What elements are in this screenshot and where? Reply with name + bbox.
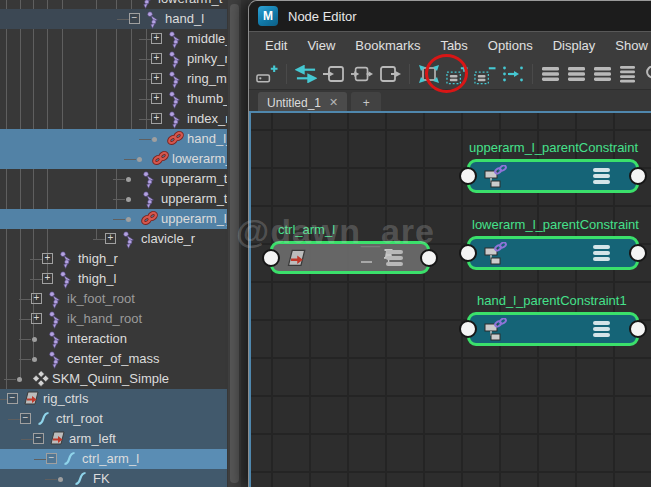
output-port[interactable]: [420, 249, 438, 267]
input-connections-icon[interactable]: [323, 64, 345, 84]
menu-show[interactable]: Show: [605, 38, 651, 53]
outliner-row-label: lowerarm_l: [172, 151, 227, 166]
outliner-row-hand_l_p[interactable]: hand_l_p: [0, 129, 227, 149]
expand-box-icon[interactable]: +: [151, 113, 162, 124]
node-ctrl_arm_l[interactable]: [270, 241, 430, 274]
input-port[interactable]: [262, 249, 280, 267]
input-port[interactable]: [459, 320, 477, 338]
add-node-icon[interactable]: [256, 64, 278, 84]
tab-add-button[interactable]: +: [351, 92, 381, 113]
pin-connections-icon[interactable]: [502, 64, 524, 84]
outliner-row-pinky_me[interactable]: + pinky_me: [0, 49, 227, 69]
outliner-row-interaction[interactable]: interaction: [0, 329, 227, 349]
expand-box-icon[interactable]: +: [31, 313, 42, 324]
expand-box-icon[interactable]: +: [151, 53, 162, 64]
outliner-row-lowerarm_l[interactable]: lowerarm_l: [0, 149, 227, 169]
collapse-box-icon[interactable]: −: [20, 413, 31, 424]
outliner-row-ctrl_root[interactable]: −ctrl_root: [0, 409, 227, 429]
window-titlebar[interactable]: M Node Editor: [249, 1, 651, 31]
tree-connector-line: [139, 119, 151, 120]
node-upperarm_l_parentConstraint[interactable]: [467, 159, 639, 193]
toolbar-separator: [409, 64, 410, 84]
tree-connector-line: [45, 479, 57, 480]
node-hand_l_parentConstraint1[interactable]: [467, 312, 639, 346]
outliner-row-clavicle_r[interactable]: + clavicle_r: [0, 229, 227, 249]
node-graph-canvas[interactable]: upperarm_l_parentConstraint ctrl_arm_l l…: [249, 111, 651, 487]
attribute-bars-icon[interactable]: [385, 248, 405, 272]
output-port[interactable]: [629, 320, 647, 338]
outliner-row-ik_foot_root[interactable]: + ik_foot_root: [0, 289, 227, 309]
menu-display[interactable]: Display: [543, 38, 606, 53]
outliner-scrollbar-thumb[interactable]: [230, 4, 239, 483]
output-port[interactable]: [629, 167, 647, 185]
display-mode-connected-icon[interactable]: [567, 64, 587, 84]
search-icon[interactable]: [644, 64, 651, 84]
menu-tabs[interactable]: Tabs: [430, 38, 477, 53]
outliner-row-skm_quinn_simple[interactable]: SKM_Quinn_Simple: [0, 369, 227, 389]
output-port[interactable]: [629, 244, 647, 262]
input-port[interactable]: [459, 244, 477, 262]
display-mode-simple-icon[interactable]: [541, 64, 561, 84]
attribute-bars-icon[interactable]: [592, 319, 612, 343]
collapse-box-icon[interactable]: −: [129, 13, 140, 24]
outliner-panel: lowerarm_t− hand_l+ middle_m+ pinky_me+ …: [0, 0, 248, 487]
outliner-row-ik_hand_root[interactable]: + ik_hand_root: [0, 309, 227, 329]
remove-selected-from-graph-icon[interactable]: [474, 64, 496, 84]
outliner-row-ctrl_arm_l[interactable]: −ctrl_arm_l: [0, 449, 227, 469]
outliner-row-rig_ctrls[interactable]: − rig_ctrls: [0, 389, 227, 409]
window-title: Node Editor: [288, 9, 357, 24]
joint-icon: [167, 51, 184, 68]
outliner-row-arm_left[interactable]: − arm_left: [0, 429, 227, 449]
outliner-row-lowerarm_t[interactable]: lowerarm_t: [0, 0, 227, 9]
display-mode-full-icon[interactable]: [593, 64, 613, 84]
node-lowerarm_l_parentConstraint[interactable]: [467, 236, 639, 270]
outliner-row-upperarm_l_p[interactable]: upperarm_l_p: [0, 209, 227, 229]
input-and-output-connections-icon[interactable]: [351, 64, 373, 84]
joint-icon: [47, 351, 64, 368]
output-connections-icon[interactable]: [379, 64, 401, 84]
outliner-row-thumb_0[interactable]: + thumb_0: [0, 89, 227, 109]
outliner-row-upperarm_twi[interactable]: upperarm_twi: [0, 189, 227, 209]
menu-view[interactable]: View: [297, 38, 345, 53]
display-mode-custom-icon[interactable]: [619, 64, 638, 84]
input-port[interactable]: [459, 167, 477, 185]
expand-box-icon[interactable]: +: [151, 93, 162, 104]
menu-options[interactable]: Options: [478, 38, 543, 53]
outliner-row-middle_m[interactable]: + middle_m: [0, 29, 227, 49]
expand-box-icon[interactable]: +: [105, 233, 116, 244]
outliner-row-thigh_l[interactable]: + thigh_l: [0, 269, 227, 289]
attribute-bars-icon[interactable]: [592, 243, 612, 267]
joint-icon: [167, 91, 184, 108]
menu-edit[interactable]: Edit: [255, 38, 297, 53]
collapse-box-icon[interactable]: −: [46, 453, 57, 464]
outliner-row-ring_met[interactable]: + ring_met: [0, 69, 227, 89]
collapse-box-icon[interactable]: −: [33, 433, 44, 444]
tree-connector-line: [19, 299, 31, 300]
expand-box-icon[interactable]: +: [151, 33, 162, 44]
expand-box-icon[interactable]: +: [151, 73, 162, 84]
tree-connector-line: [93, 239, 105, 240]
expand-box-icon[interactable]: +: [31, 293, 42, 304]
outliner-row-label: SKM_Quinn_Simple: [52, 371, 169, 386]
tab-untitled-1[interactable]: Untitled_1 ✕: [258, 92, 347, 113]
outliner-row-index_me[interactable]: + index_me: [0, 109, 227, 129]
outliner-row-label: ctrl_root: [56, 411, 103, 426]
tree-connector-line: [34, 459, 46, 460]
outliner-row-hand_l[interactable]: − hand_l: [0, 9, 227, 29]
collapse-box-icon[interactable]: −: [7, 393, 18, 404]
attribute-bars-icon[interactable]: [592, 166, 612, 190]
menu-bookmarks[interactable]: Bookmarks: [345, 38, 430, 53]
swap-input-output-connections-icon[interactable]: [295, 64, 317, 84]
expand-box-icon[interactable]: +: [42, 273, 53, 284]
tree-bullet-dot: [126, 177, 131, 182]
tab-close-icon[interactable]: ✕: [329, 96, 338, 109]
outliner-row-label: upperarm_l_p: [161, 211, 227, 226]
outliner-scrollbar[interactable]: [228, 0, 241, 487]
tree-connector-line: [139, 79, 151, 80]
outliner-row-fk[interactable]: FK: [0, 469, 227, 487]
outliner-row-center_of_mass[interactable]: center_of_mass: [0, 349, 227, 369]
outliner-row-thigh_r[interactable]: + thigh_r: [0, 249, 227, 269]
expand-box-icon[interactable]: +: [42, 253, 53, 264]
outliner-row-upperarm_twi[interactable]: upperarm_twi: [0, 169, 227, 189]
joint-icon: [145, 11, 162, 28]
